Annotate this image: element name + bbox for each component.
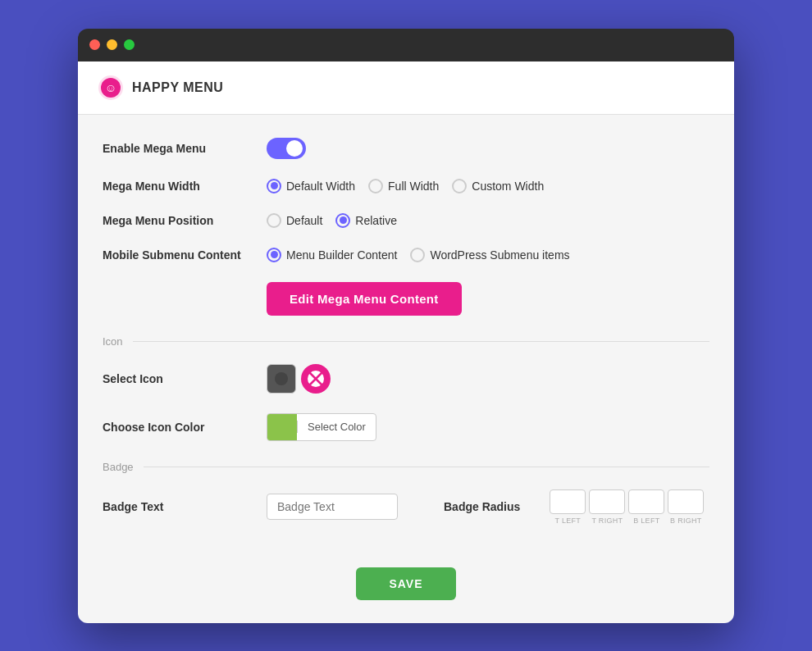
badge-radius-b-left-wrap: B LEFT [628,489,664,525]
radio-label-menu-builder: Menu Builder Content [286,248,397,262]
badge-radius-t-right[interactable] [589,489,625,514]
mega-menu-position-control: Default Relative [267,213,397,228]
app-header: ☺ HAPPY MENU [78,61,734,115]
icon-selector [267,364,331,394]
radio-inner-default-width [271,182,278,189]
radio-outer-position-default [267,213,281,228]
mega-menu-width-label: Mega Menu Width [103,180,267,193]
save-button[interactable]: SAVE [356,567,455,600]
radio-label-default-width: Default Width [286,180,355,193]
badge-radius-b-right-label: B RIGHT [670,517,702,525]
svg-point-3 [275,372,288,385]
badge-radius-label: Badge Radius [444,500,520,513]
badge-radius-b-left[interactable] [628,489,664,514]
badge-divider-line [144,467,709,467]
color-picker-button[interactable]: Select Color [267,413,376,441]
select-color-label: Select Color [297,421,376,433]
edit-mega-menu-button[interactable]: Edit Mega Menu Content [267,282,462,316]
mega-menu-width-row: Mega Menu Width Default Width Full Width… [103,179,709,193]
edit-button-row: Edit Mega Menu Content [103,282,709,316]
icon-color-btn[interactable] [267,364,296,394]
badge-radius-section: Badge Radius T LEFT T RIGHT B LEFT [444,489,704,525]
badge-row: Badge Text Badge Radius T LEFT T RIGHT [103,489,709,525]
radio-outer-full-width [368,179,383,193]
traffic-light-yellow[interactable] [107,39,117,50]
icon-section-label: Icon [103,335,123,348]
radio-inner-position-relative [340,216,347,224]
radio-default-width[interactable]: Default Width [267,179,355,193]
app-window: ☺ HAPPY MENU Enable Mega Menu Mega Menu … [78,29,734,623]
enable-mega-menu-toggle[interactable] [267,138,306,159]
radio-wordpress-submenu[interactable]: WordPress Submenu items [410,248,569,262]
mega-menu-position-label: Mega Menu Position [103,214,267,227]
choose-icon-color-label: Choose Icon Color [103,421,267,434]
mega-menu-width-control: Default Width Full Width Custom Width [267,179,544,193]
enable-mega-menu-row: Enable Mega Menu [103,138,709,159]
radio-position-relative[interactable]: Relative [335,213,397,228]
badge-radius-t-left-wrap: T LEFT [550,489,586,525]
radio-outer-position-relative [335,213,350,228]
app-logo-icon: ☺ [98,75,124,101]
choose-icon-color-control: Select Color [267,413,376,441]
badge-text-control: Badge Radius T LEFT T RIGHT B LEFT [267,489,704,525]
select-icon-label: Select Icon [103,372,267,385]
badge-radius-t-left-label: T LEFT [555,517,582,525]
radio-inner-menu-builder [271,251,278,258]
badge-radius-group: T LEFT T RIGHT B LEFT B RIGHT [550,489,704,525]
badge-text-label: Badge Text [103,500,267,513]
icon-divider-line [133,341,709,342]
toggle-thumb [286,140,303,157]
mobile-submenu-row: Mobile Submenu Content Menu Builder Cont… [103,248,709,262]
choose-icon-color-row: Choose Icon Color Select Color [103,413,709,441]
radio-custom-width[interactable]: Custom Width [452,179,544,193]
badge-radius-t-left[interactable] [550,489,586,514]
content-area: Enable Mega Menu Mega Menu Width Default… [78,115,734,567]
svg-text:☺: ☺ [105,81,116,94]
mobile-submenu-control: Menu Builder Content WordPress Submenu i… [267,248,570,262]
badge-section-label: Badge [103,461,134,473]
badge-radius-b-right-wrap: B RIGHT [668,489,704,525]
enable-mega-menu-control [267,138,306,159]
app-title: HAPPY MENU [132,80,223,95]
badge-radius-b-right[interactable] [668,489,704,514]
mega-menu-position-row: Mega Menu Position Default Relative [103,213,709,228]
radio-label-position-relative: Relative [355,214,397,227]
radio-outer-default-width [267,179,281,193]
badge-text-input[interactable] [267,494,398,520]
enable-mega-menu-label: Enable Mega Menu [103,142,267,155]
radio-label-custom-width: Custom Width [472,180,544,193]
no-icon [307,370,325,388]
radio-outer-custom-width [452,179,467,193]
radio-outer-wordpress [410,248,425,262]
radio-label-wordpress: WordPress Submenu items [430,248,569,262]
badge-radius-t-right-label: T RIGHT [591,517,623,525]
badge-radius-b-left-label: B LEFT [633,517,659,525]
select-icon-row: Select Icon [103,364,709,394]
mobile-submenu-label: Mobile Submenu Content [103,248,267,262]
icon-section-divider: Icon [103,335,709,348]
radio-label-full-width: Full Width [388,180,439,193]
footer: SAVE [78,567,734,623]
color-swatch [267,414,297,440]
titlebar [78,29,734,61]
traffic-light-red[interactable] [89,39,100,50]
circle-icon [274,371,289,386]
select-icon-control [267,364,331,394]
badge-radius-t-right-wrap: T RIGHT [589,489,625,525]
radio-position-default[interactable]: Default [267,213,322,228]
traffic-light-green[interactable] [124,39,135,50]
badge-section-divider: Badge [103,461,709,473]
radio-full-width[interactable]: Full Width [368,179,439,193]
radio-menu-builder[interactable]: Menu Builder Content [267,248,397,262]
radio-outer-menu-builder [267,248,281,262]
remove-icon-btn[interactable] [301,364,331,394]
radio-label-position-default: Default [286,214,322,227]
